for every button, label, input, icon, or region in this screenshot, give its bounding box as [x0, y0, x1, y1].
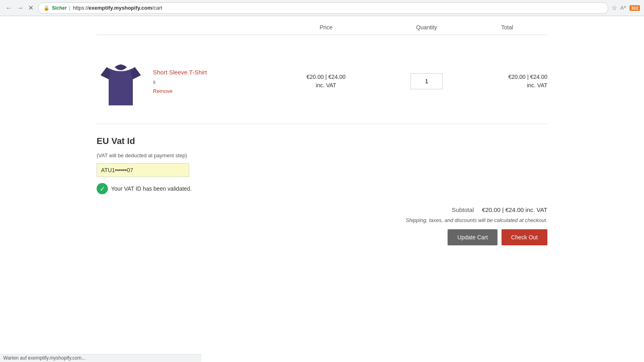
extensions-badge[interactable]: 302 — [630, 5, 640, 11]
product-image — [97, 51, 145, 111]
checkout-button[interactable]: Check Out — [502, 229, 547, 245]
vat-title: EU Vat Id — [97, 136, 298, 146]
total-column-header: Total — [467, 24, 547, 31]
nav-buttons: ← → ✕ — [4, 3, 35, 12]
subtotal-row: Subtotal €20.00 | €24.00 inc. VAT — [452, 206, 547, 213]
price-column-header: Price — [266, 24, 386, 31]
cart-buttons: Update Cart Check Out — [448, 229, 547, 245]
bookmark-icon[interactable]: ☆ — [611, 4, 617, 12]
forward-button[interactable]: → — [15, 3, 25, 12]
vat-validated-row: ✓ Your VAT ID has been validated. — [97, 183, 298, 194]
vat-section: EU Vat Id (VAT will be deducted at payme… — [97, 136, 298, 194]
price-cell: €20.00 | €24.00inc. VAT — [266, 73, 386, 90]
browser-actions: ☆ Aᴬ 302 — [611, 4, 640, 12]
total-cell: €20.00 | €24.00inc. VAT — [467, 73, 547, 90]
tshirt-svg — [99, 53, 143, 109]
browser-chrome: ← → ✕ 🔒 Sicher | https://exemptify.mysho… — [0, 0, 644, 16]
subtotal-value: €20.00 | €24.00 inc. VAT — [482, 206, 547, 213]
shipping-note: Shipping, taxes, and discounts will be c… — [406, 217, 547, 223]
validated-check-icon: ✓ — [97, 183, 108, 194]
cart-table-header: Price Quantity Total — [97, 24, 547, 35]
url-separator: | — [69, 5, 70, 11]
vat-note: (VAT will be deducted at payment step) — [97, 152, 298, 158]
lock-icon: 🔒 — [43, 5, 50, 11]
quantity-input[interactable] — [411, 73, 443, 89]
back-button[interactable]: ← — [4, 3, 14, 12]
validated-text: Your VAT ID has been validated. — [111, 185, 192, 192]
vat-id-input[interactable] — [97, 163, 189, 177]
page-content: Price Quantity Total Short Sleeve — [80, 16, 564, 253]
cart-item-row: Short Sleeve T-Shirt s Remove €20.00 | €… — [97, 39, 547, 124]
remove-link[interactable]: Remove — [153, 88, 207, 94]
product-variant: s — [153, 79, 207, 85]
reload-button[interactable]: ✕ — [27, 3, 35, 12]
subtotal-label: Subtotal — [452, 206, 474, 213]
reader-mode-icon[interactable]: Aᴬ — [620, 5, 626, 11]
product-column-header — [97, 24, 266, 31]
quantity-cell — [386, 73, 467, 89]
url-display: https://exemptify.myshopify.com/cart — [73, 5, 162, 11]
product-name-link[interactable]: Short Sleeve T-Shirt — [153, 69, 207, 76]
cart-summary: Subtotal €20.00 | €24.00 inc. VAT Shippi… — [97, 206, 547, 245]
address-bar[interactable]: 🔒 Sicher | https://exemptify.myshopify.c… — [38, 2, 608, 14]
update-cart-button[interactable]: Update Cart — [448, 229, 497, 245]
product-info: Short Sleeve T-Shirt s Remove — [97, 51, 266, 111]
secure-label: Sicher — [52, 5, 67, 11]
quantity-column-header: Quantity — [386, 24, 467, 31]
product-details: Short Sleeve T-Shirt s Remove — [153, 69, 207, 94]
